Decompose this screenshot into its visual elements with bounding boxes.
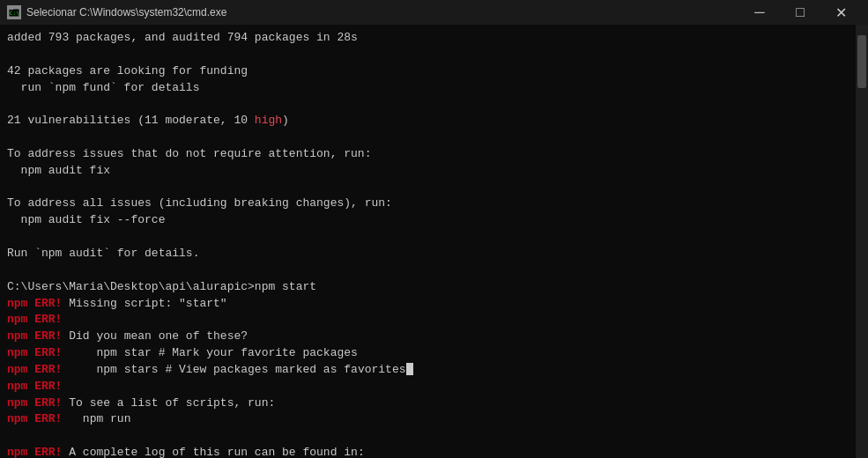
npm-err-2: npm ERR! xyxy=(7,312,849,329)
content-area: added 793 packages, and audited 794 pack… xyxy=(0,25,868,458)
line-vuln: 21 vulnerabilities (11 moderate, 10 high… xyxy=(7,113,849,129)
npm-err-8: npm ERR! npm run xyxy=(7,411,849,428)
line-blank-3 xyxy=(7,129,849,146)
line-funding-2: run `npm fund` for details xyxy=(7,80,849,97)
line-addr-1: To address issues that do not require at… xyxy=(7,146,849,163)
app-icon: C:\ xyxy=(7,5,21,19)
npm-err-1: npm ERR! Missing script: "start" xyxy=(7,296,849,313)
line-addr-2: npm audit fix xyxy=(7,163,849,180)
maximize-button[interactable]: □ xyxy=(780,0,820,25)
line-blank-6 xyxy=(7,262,849,279)
npm-err-5: npm ERR! npm stars # View packages marke… xyxy=(7,362,849,379)
npm-err-3: npm ERR! Did you mean one of these? xyxy=(7,329,849,345)
minimize-button[interactable]: ─ xyxy=(739,0,780,25)
line-audit: Run `npm audit` for details. xyxy=(7,246,849,262)
cmd-window: C:\ Selecionar C:\Windows\system32\cmd.e… xyxy=(0,0,868,458)
titlebar: C:\ Selecionar C:\Windows\system32\cmd.e… xyxy=(0,0,868,25)
npm-err-4: npm ERR! npm star # Mark your favorite p… xyxy=(7,345,849,362)
line-1: added 793 packages, and audited 794 pack… xyxy=(7,30,849,47)
line-addr-4: npm audit fix --force xyxy=(7,212,849,229)
line-prompt-1: C:\Users\Maria\Desktop\api\alurapic>npm … xyxy=(7,279,849,296)
scroll-thumb[interactable] xyxy=(857,35,866,88)
line-blank-2 xyxy=(7,96,849,113)
line-blank-4 xyxy=(7,180,849,196)
npm-err-7: npm ERR! To see a list of scripts, run: xyxy=(7,395,849,412)
line-blank-5 xyxy=(7,229,849,246)
line-blank-1 xyxy=(7,47,849,63)
line-addr-3: To address all issues (including breakin… xyxy=(7,196,849,212)
line-funding-1: 42 packages are looking for funding xyxy=(7,63,849,80)
scrollbar[interactable] xyxy=(856,25,868,458)
window-title: Selecionar C:\Windows\system32\cmd.exe xyxy=(26,6,739,18)
terminal-output[interactable]: added 793 packages, and audited 794 pack… xyxy=(0,25,856,458)
line-blank-7 xyxy=(7,428,849,445)
close-button[interactable]: ✕ xyxy=(820,0,861,25)
svg-text:C:\: C:\ xyxy=(10,10,19,16)
npm-err-6: npm ERR! xyxy=(7,379,849,395)
npm-err-9: npm ERR! A complete log of this run can … xyxy=(7,445,849,458)
window-controls: ─ □ ✕ xyxy=(739,0,861,25)
